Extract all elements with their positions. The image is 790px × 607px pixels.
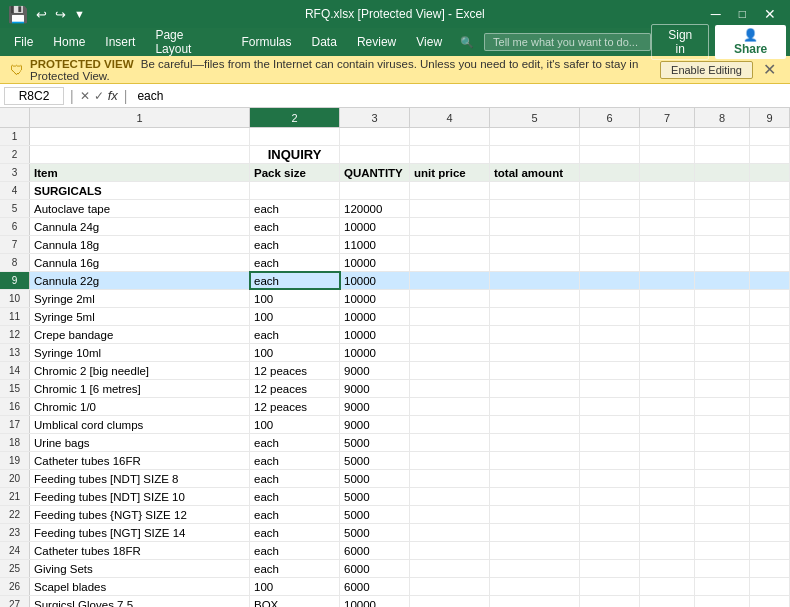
cell[interactable] (640, 524, 695, 541)
customize-icon[interactable]: ▼ (74, 8, 85, 20)
cell[interactable] (640, 380, 695, 397)
cell[interactable] (490, 128, 580, 145)
cell[interactable] (640, 542, 695, 559)
cell[interactable] (750, 182, 790, 199)
cell[interactable]: 12 peaces (250, 362, 340, 379)
close-banner-button[interactable]: ✕ (759, 60, 780, 79)
cell[interactable]: 6000 (340, 542, 410, 559)
cell[interactable]: each (250, 326, 340, 343)
cell[interactable] (490, 416, 580, 433)
menu-page-layout[interactable]: Page Layout (145, 24, 231, 60)
cell[interactable] (640, 398, 695, 415)
cell[interactable] (580, 542, 640, 559)
col-header-6[interactable]: 6 (580, 108, 640, 127)
cell[interactable]: Syringe 5ml (30, 308, 250, 325)
cell[interactable] (750, 344, 790, 361)
cell[interactable] (490, 542, 580, 559)
cell[interactable] (695, 326, 750, 343)
cell[interactable] (490, 362, 580, 379)
cell[interactable] (750, 218, 790, 235)
cell[interactable] (580, 272, 640, 289)
col-header-9[interactable]: 9 (750, 108, 790, 127)
cell[interactable]: 120000 (340, 200, 410, 217)
cell[interactable] (750, 488, 790, 505)
cell[interactable] (410, 560, 490, 577)
cell[interactable] (640, 254, 695, 271)
cell[interactable]: 10000 (340, 272, 410, 289)
cell[interactable] (490, 308, 580, 325)
cell[interactable]: 10000 (340, 344, 410, 361)
cell[interactable] (580, 488, 640, 505)
cell[interactable] (410, 128, 490, 145)
cell[interactable] (340, 128, 410, 145)
cell[interactable]: 11000 (340, 236, 410, 253)
cell[interactable]: 5000 (340, 524, 410, 541)
cell[interactable]: Giving Sets (30, 560, 250, 577)
header-quantity-cell[interactable]: QUANTITY (340, 164, 410, 181)
formula-input[interactable] (133, 88, 786, 104)
cell[interactable] (640, 326, 695, 343)
cell[interactable] (410, 236, 490, 253)
cancel-formula-icon[interactable]: ✕ (80, 89, 90, 103)
tell-me-search[interactable] (484, 33, 651, 51)
cell[interactable] (695, 272, 750, 289)
cell[interactable] (410, 200, 490, 217)
cell[interactable] (580, 398, 640, 415)
cell[interactable] (750, 290, 790, 307)
cell[interactable] (695, 434, 750, 451)
menu-insert[interactable]: Insert (95, 31, 145, 53)
cell[interactable]: Chromic 1/0 (30, 398, 250, 415)
cell[interactable] (695, 218, 750, 235)
cell[interactable] (695, 380, 750, 397)
cell[interactable]: 9000 (340, 362, 410, 379)
restore-btn[interactable]: □ (733, 7, 752, 21)
cell[interactable] (410, 146, 490, 163)
cell[interactable] (410, 578, 490, 595)
cell[interactable]: Scapel blades (30, 578, 250, 595)
cell[interactable] (580, 236, 640, 253)
cell[interactable]: each (250, 524, 340, 541)
cell[interactable] (580, 596, 640, 607)
cell[interactable] (750, 326, 790, 343)
cell[interactable] (580, 344, 640, 361)
cell[interactable] (695, 164, 750, 181)
cell[interactable] (695, 452, 750, 469)
cell[interactable] (580, 254, 640, 271)
cell[interactable] (410, 362, 490, 379)
cell[interactable]: each (250, 488, 340, 505)
cell[interactable] (580, 164, 640, 181)
cell[interactable] (410, 434, 490, 451)
cell[interactable] (490, 146, 580, 163)
cell[interactable]: 10000 (340, 290, 410, 307)
cell[interactable] (695, 254, 750, 271)
cell[interactable]: 10000 (340, 218, 410, 235)
cell[interactable]: each (250, 560, 340, 577)
cell[interactable] (695, 200, 750, 217)
cell[interactable] (340, 146, 410, 163)
cell[interactable] (580, 290, 640, 307)
cell[interactable] (580, 326, 640, 343)
cell[interactable] (580, 506, 640, 523)
cell[interactable] (695, 578, 750, 595)
cell[interactable] (750, 308, 790, 325)
cell[interactable]: 9000 (340, 416, 410, 433)
cell[interactable]: Feeding tubes [NDT] SIZE 10 (30, 488, 250, 505)
header-packsize-cell[interactable]: Pack size (250, 164, 340, 181)
cell[interactable] (580, 362, 640, 379)
cell[interactable] (580, 470, 640, 487)
col-header-5[interactable]: 5 (490, 108, 580, 127)
cell[interactable]: Syringe 10ml (30, 344, 250, 361)
cell[interactable] (640, 164, 695, 181)
cell[interactable] (410, 416, 490, 433)
header-totalamount-cell[interactable]: total amount (490, 164, 580, 181)
cell[interactable] (490, 470, 580, 487)
cell[interactable] (410, 290, 490, 307)
cell[interactable]: Cannula 18g (30, 236, 250, 253)
cell[interactable] (490, 452, 580, 469)
cell[interactable] (410, 596, 490, 607)
cell[interactable] (640, 470, 695, 487)
cell[interactable] (640, 146, 695, 163)
cell[interactable] (410, 524, 490, 541)
cell[interactable] (750, 542, 790, 559)
cell[interactable] (410, 398, 490, 415)
